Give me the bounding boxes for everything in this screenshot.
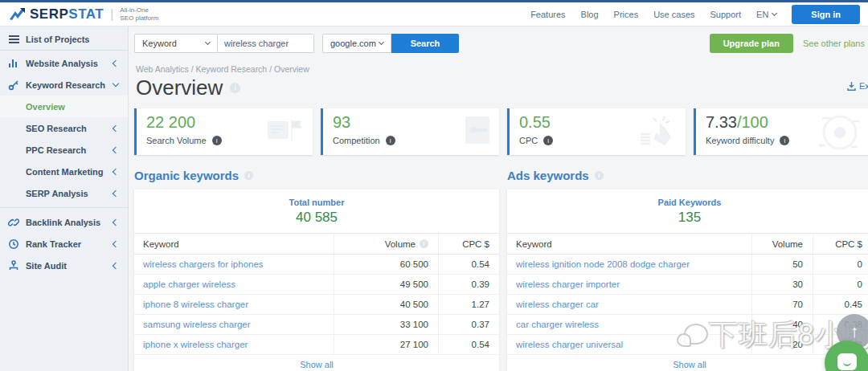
nav-support[interactable]: Support	[710, 10, 742, 19]
language-selector[interactable]: EN	[756, 10, 776, 19]
summary-label: Paid Keywords	[507, 198, 868, 207]
column-header-volume-label: Volume	[385, 239, 416, 249]
search-button[interactable]: Search	[391, 34, 459, 53]
key-watermark-icon	[454, 115, 491, 150]
keyword-link[interactable]: wireless charger car	[507, 295, 751, 314]
volume-value: 50	[751, 255, 813, 274]
table-row: wireless chargers for iphones 60 500 0.5…	[134, 255, 499, 275]
sidebar-item-seo-research[interactable]: SEO Research	[0, 117, 128, 139]
column-header-keyword: Keyword	[134, 234, 334, 254]
column-header-volume: Volume	[334, 234, 438, 254]
sidebar-item-label: SERP Analysis	[26, 189, 113, 198]
sidebar-item-overview[interactable]: Overview	[0, 96, 128, 117]
sidebar-item-label: Website Analysis	[26, 59, 113, 68]
chevron-left-icon	[113, 262, 119, 268]
keyword-tables: Organic keywords Total number 40 585 Key…	[134, 169, 868, 371]
nav-prices[interactable]: Prices	[614, 10, 639, 19]
keyword-link[interactable]: wireless ignition node 2008 dodge charge…	[507, 255, 751, 274]
chevron-down-icon	[772, 10, 777, 15]
chevron-left-icon	[113, 146, 119, 153]
sidebar-item-website-analysis[interactable]: Website Analysis	[0, 52, 128, 74]
keyword-link[interactable]: iphone x wireless charger	[134, 335, 334, 354]
tagline-line1: All-in-One	[120, 6, 158, 14]
table-row: wireless charger importer 30 0	[507, 275, 868, 295]
info-icon[interactable]	[543, 136, 553, 145]
stat-card-keyword-difficulty: 7.33/100 Keyword difficulty	[694, 108, 868, 155]
summary-value: 135	[507, 210, 868, 226]
info-icon[interactable]	[420, 239, 428, 248]
keyword-link[interactable]: iphone 8 wireless charger	[134, 295, 334, 314]
info-icon[interactable]	[212, 136, 222, 145]
volume-value: 33 100	[334, 315, 438, 334]
keyword-link[interactable]: wireless charger universal	[507, 335, 751, 354]
info-icon[interactable]	[386, 136, 395, 145]
info-icon[interactable]	[780, 136, 789, 145]
cpc-value: 0.54	[438, 255, 499, 274]
breadcrumb[interactable]: Web Analytics / Keyword Research / Overv…	[136, 64, 868, 74]
sidebar-item-keyword-research[interactable]: Keyword Research	[0, 74, 128, 96]
content-area: Keyword google.com Search Upgrade plan S…	[129, 26, 868, 371]
upgrade-plan-button[interactable]: Upgrade plan	[710, 34, 793, 53]
volume-value: 40	[751, 315, 813, 334]
see-other-plans-link[interactable]: See other plans	[803, 39, 865, 48]
table-header-row: Keyword Volume CPC $	[507, 234, 868, 255]
sidebar-item-rank-tracker[interactable]: Rank Tracker	[0, 233, 128, 255]
sidebar-item-backlink-analysis[interactable]: Backlink Analysis	[0, 211, 128, 233]
show-all-link[interactable]: Show all	[134, 355, 499, 371]
chevron-left-icon	[113, 240, 119, 247]
show-all-link[interactable]: Show all	[507, 355, 868, 371]
search-engine-value: google.com	[330, 39, 376, 48]
volume-value: 30	[751, 275, 813, 294]
table-row: wireless charger universal 20 0.23	[507, 335, 868, 355]
cpc-value: 0.54	[438, 335, 499, 354]
column-header-cpc: CPC $	[438, 234, 499, 254]
stat-card-competition: 93 Competition	[321, 108, 499, 155]
sitemap-icon	[8, 260, 26, 271]
download-icon	[847, 82, 856, 91]
nav-blog[interactable]: Blog	[581, 10, 599, 19]
nav-features[interactable]: Features	[530, 10, 565, 19]
sidebar: List of Projects Website Analysis Keywor…	[0, 26, 129, 371]
keyword-link[interactable]: apple charger wireless	[134, 275, 334, 294]
ads-keywords-section: Ads keywords Paid Keywords 135 Keyword V…	[507, 169, 868, 371]
table-header-row: Keyword Volume CPC $	[134, 234, 499, 255]
sidebar-divider	[0, 207, 128, 208]
brand-wordmark[interactable]: SERPSTAT	[30, 6, 104, 22]
info-icon[interactable]	[230, 83, 240, 93]
keyword-link[interactable]: samsung wireless charger	[134, 315, 334, 334]
cpc-value: 0.39	[438, 275, 499, 294]
sidebar-item-content-marketing[interactable]: Content Marketing	[0, 161, 128, 182]
table-row: samsung wireless charger 33 100 0.37	[134, 315, 499, 335]
stat-label: Search Volume	[146, 136, 207, 145]
serpstat-logo-icon[interactable]	[10, 8, 26, 21]
export-button[interactable]: Export	[847, 81, 868, 91]
sidebar-item-label: PPC Research	[26, 145, 113, 155]
table-row: iphone 8 wireless charger 40 500 1.27	[134, 295, 499, 315]
chevron-left-icon	[113, 124, 119, 131]
sidebar-item-ppc-research[interactable]: PPC Research	[0, 139, 128, 161]
sidebar-item-site-audit[interactable]: Site Audit	[0, 255, 128, 276]
search-type-select[interactable]: Keyword	[134, 34, 218, 53]
export-label: Export	[859, 81, 868, 91]
sidebar-item-label: Site Audit	[26, 261, 113, 271]
keyword-link[interactable]: wireless chargers for iphones	[134, 255, 334, 274]
search-input[interactable]	[218, 34, 314, 53]
cpc-value: 0.45	[813, 295, 868, 314]
stat-label: Keyword difficulty	[706, 136, 774, 145]
chat-bubble-icon	[837, 353, 857, 370]
main-layout: List of Projects Website Analysis Keywor…	[0, 26, 868, 371]
sidebar-item-list-of-projects[interactable]: List of Projects	[0, 29, 128, 51]
chevron-left-icon	[113, 59, 119, 66]
info-icon[interactable]	[595, 171, 604, 180]
keyword-link[interactable]: wireless charger importer	[507, 275, 751, 294]
stat-cards: 22 200 Search Volume 93 Competition	[134, 108, 868, 155]
sign-in-button[interactable]: Sign in	[792, 5, 860, 24]
search-engine-select[interactable]: google.com	[322, 34, 391, 53]
history-clock-icon	[8, 238, 26, 250]
sidebar-item-serp-analysis[interactable]: SERP Analysis	[0, 182, 128, 204]
sidebar-item-label: Keyword Research	[26, 80, 113, 90]
info-icon[interactable]	[244, 171, 253, 180]
nav-use-cases[interactable]: Use cases	[653, 10, 694, 19]
keyword-link[interactable]: car charger wireless	[507, 315, 751, 334]
up-arrow-icon: ↑	[850, 322, 859, 341]
